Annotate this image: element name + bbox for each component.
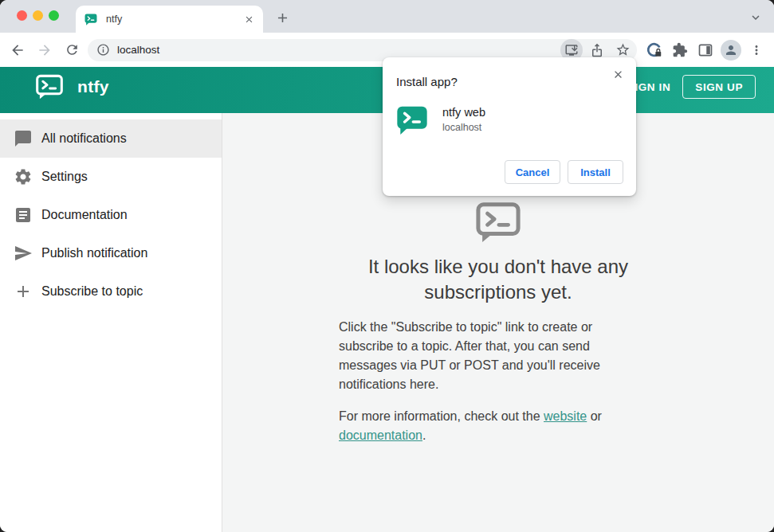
sidebar-item-publish-notification[interactable]: Publish notification (0, 234, 222, 272)
site-info-icon[interactable] (94, 41, 112, 59)
sidebar-item-label: Settings (41, 170, 88, 184)
empty-state: It looks like you don't have any subscri… (339, 201, 658, 532)
ntfy-logo-icon (35, 74, 64, 100)
dialog-title: Install app? (396, 75, 623, 88)
tab-close-icon[interactable] (242, 13, 256, 26)
paragraph-text: or (587, 409, 602, 423)
profile-avatar[interactable] (720, 39, 742, 61)
sidebar-item-label: Documentation (41, 208, 128, 222)
sidebar-item-label: Subscribe to topic (41, 284, 143, 299)
install-button[interactable]: Install (568, 160, 623, 184)
browser-tab[interactable]: ntfy (76, 6, 263, 33)
side-panel-icon[interactable] (694, 39, 717, 61)
dialog-close-icon[interactable] (609, 65, 627, 83)
sidebar-item-subscribe-to-topic[interactable]: Subscribe to topic (0, 272, 222, 311)
sidebar-item-label: All notifications (41, 131, 127, 146)
toolbar-extensions (643, 39, 768, 61)
browser-menu-icon[interactable] (745, 39, 768, 61)
install-app-dialog: Install app? ntfy web localhost Cancel I… (383, 57, 636, 196)
article-icon (14, 205, 33, 225)
sidebar-item-label: Publish notification (41, 246, 147, 260)
empty-state-paragraph-1: Click the "Subscribe to topic" link to c… (339, 318, 628, 394)
password-manager-extension-icon[interactable] (643, 39, 666, 61)
cancel-button[interactable]: Cancel (505, 160, 560, 184)
close-window-button[interactable] (17, 10, 27, 21)
dialog-app-info: ntfy web localhost (396, 105, 623, 135)
dialog-app-origin: localhost (442, 122, 485, 133)
chat-bubble-icon (14, 129, 33, 148)
sign-up-button[interactable]: SIGN UP (682, 75, 756, 99)
tab-title: ntfy (106, 14, 242, 25)
ntfy-favicon (84, 14, 97, 25)
dialog-buttons: Cancel Install (505, 160, 623, 184)
browser-window: ntfy localhost (0, 0, 774, 532)
app-title: ntfy (77, 77, 109, 96)
reload-icon[interactable] (61, 39, 83, 61)
tab-strip: ntfy (0, 0, 774, 33)
sidebar-item-documentation[interactable]: Documentation (0, 196, 222, 234)
back-icon[interactable] (6, 39, 29, 61)
minimize-window-button[interactable] (33, 10, 43, 21)
forward-icon[interactable] (33, 39, 56, 61)
gear-icon (14, 167, 33, 186)
zoom-window-button[interactable] (49, 10, 59, 21)
window-controls (17, 10, 59, 21)
new-tab-button[interactable] (272, 7, 293, 28)
paragraph-text: For more information, check out the (339, 409, 544, 423)
sidebar-item-all-notifications[interactable]: All notifications (0, 119, 222, 158)
documentation-link[interactable]: documentation (339, 428, 422, 442)
paragraph-text: . (422, 428, 426, 442)
website-link[interactable]: website (544, 409, 587, 423)
sidebar: All notifications Settings Documentation… (0, 113, 222, 532)
ntfy-app-icon (396, 105, 428, 135)
profile-avatar-circle (721, 40, 741, 61)
extensions-puzzle-icon[interactable] (669, 39, 691, 61)
empty-state-heading: It looks like you don't have any subscri… (339, 254, 658, 305)
send-icon (14, 244, 33, 263)
sidebar-item-settings[interactable]: Settings (0, 158, 222, 196)
dialog-app-name: ntfy web (442, 106, 485, 119)
plus-icon (14, 282, 33, 301)
appbar-actions: SIGN IN SIGN UP (626, 75, 756, 100)
url-text[interactable]: localhost (117, 44, 557, 56)
ntfy-terminal-icon (475, 201, 521, 244)
tab-search-chevron-icon[interactable] (747, 9, 764, 26)
empty-state-paragraph-2: For more information, check out the webs… (339, 407, 628, 445)
